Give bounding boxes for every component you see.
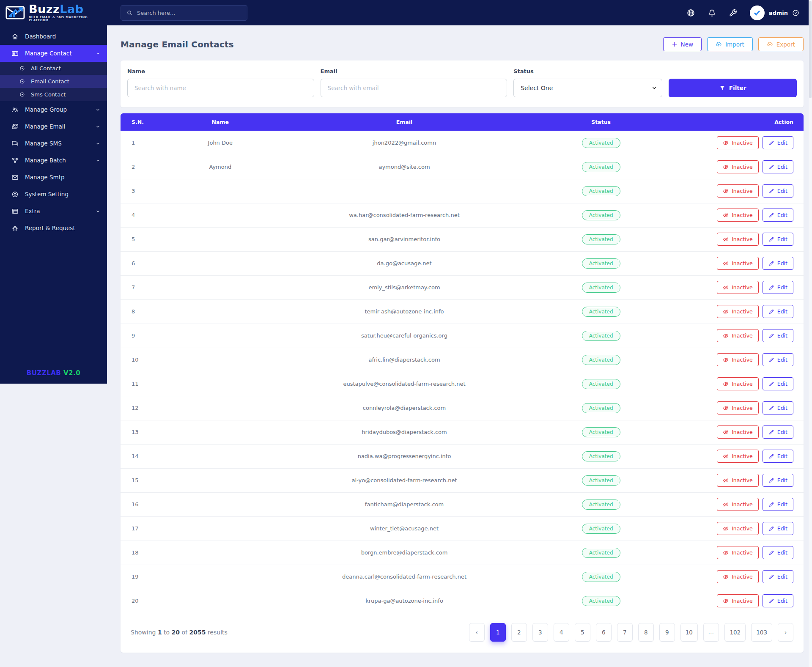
email-cell: jhon2022@gmail.comn — [282, 131, 527, 155]
edit-button[interactable]: Edit — [763, 136, 793, 149]
sidebar-item-email-contact[interactable]: Email Contact — [0, 75, 107, 88]
edit-button[interactable]: Edit — [763, 425, 793, 439]
filter-button[interactable]: Filter — [669, 79, 797, 97]
table-row: 11eustapulve@consolidated-farm-research.… — [121, 372, 804, 396]
edit-button[interactable]: Edit — [763, 184, 793, 198]
edit-button[interactable]: Edit — [763, 281, 793, 294]
pagination-next[interactable]: › — [778, 623, 793, 642]
wrench-icon[interactable] — [729, 8, 738, 17]
edit-button[interactable]: Edit — [763, 160, 793, 173]
brand[interactable]: BuzzLab BULK EMAIL & SMS MARKETING PLATF… — [0, 0, 107, 25]
bell-icon[interactable] — [708, 8, 716, 17]
name-cell: Aymond — [159, 155, 282, 179]
sidebar-item-all-contact[interactable]: All Contact — [0, 62, 107, 75]
sn-cell: 14 — [121, 444, 159, 468]
pagination-page-1[interactable]: 1 — [490, 623, 506, 642]
pagination-page-2[interactable]: 2 — [511, 623, 527, 642]
pagination-page-102[interactable]: 102 — [724, 623, 746, 642]
inactive-button[interactable]: Inactive — [717, 594, 759, 607]
inactive-button[interactable]: Inactive — [717, 522, 759, 535]
email-cell: borgn.embre@diaperstack.com — [282, 541, 527, 565]
inactive-button[interactable]: Inactive — [717, 305, 759, 318]
eye-slash-icon — [723, 502, 729, 508]
inactive-button[interactable]: Inactive — [717, 209, 759, 222]
inactive-button[interactable]: Inactive — [717, 474, 759, 487]
inactive-button[interactable]: Inactive — [717, 570, 759, 583]
inactive-button[interactable]: Inactive — [717, 329, 759, 342]
inactive-button[interactable]: Inactive — [717, 450, 759, 463]
edit-button[interactable]: Edit — [763, 329, 793, 342]
sidebar-item-label: Sms Contact — [31, 91, 66, 98]
edit-button[interactable]: Edit — [763, 353, 793, 366]
export-button[interactable]: Export — [758, 37, 804, 51]
email-input[interactable] — [321, 79, 508, 97]
status-select[interactable]: Select One — [513, 79, 662, 97]
sidebar-item-dashboard[interactable]: Dashboard — [0, 28, 107, 45]
inactive-button[interactable]: Inactive — [717, 257, 759, 270]
edit-button[interactable]: Edit — [763, 401, 793, 414]
inactive-button[interactable]: Inactive — [717, 353, 759, 366]
edit-button[interactable]: Edit — [763, 594, 793, 607]
edit-button[interactable]: Edit — [763, 570, 793, 583]
edit-button[interactable]: Edit — [763, 209, 793, 222]
inactive-button[interactable]: Inactive — [717, 281, 759, 294]
name-input[interactable] — [127, 79, 314, 97]
status-badge: Activated — [582, 500, 620, 510]
inactive-button[interactable]: Inactive — [717, 546, 759, 559]
topbar: admin — [107, 0, 812, 25]
pagination-page-4[interactable]: 4 — [554, 623, 569, 642]
edit-button[interactable]: Edit — [763, 546, 793, 559]
pagination-prev[interactable]: ‹ — [469, 623, 485, 642]
status-badge: Activated — [582, 403, 620, 413]
name-cell — [159, 179, 282, 203]
pagination-page-6[interactable]: 6 — [596, 623, 612, 642]
sidebar-item-report-request[interactable]: Report & Request — [0, 220, 107, 236]
sidebar-item-manage-group[interactable]: Manage Group — [0, 101, 107, 118]
sidebar-item-manage-email[interactable]: Manage Email — [0, 118, 107, 135]
inactive-button[interactable]: Inactive — [717, 425, 759, 439]
sidebar-item-manage-contact[interactable]: Manage Contact — [0, 45, 107, 62]
edit-button[interactable]: Edit — [763, 257, 793, 270]
pagination-page-3[interactable]: 3 — [532, 623, 548, 642]
edit-button[interactable]: Edit — [763, 474, 793, 487]
username[interactable]: admin — [769, 10, 788, 16]
new-button[interactable]: + New — [663, 37, 702, 51]
search-input[interactable] — [137, 10, 241, 16]
pagination-page-9[interactable]: 9 — [659, 623, 675, 642]
edit-button[interactable]: Edit — [763, 233, 793, 246]
pencil-icon — [768, 188, 774, 194]
list-icon — [11, 208, 19, 215]
inactive-button[interactable]: Inactive — [717, 160, 759, 173]
inactive-button[interactable]: Inactive — [717, 184, 759, 198]
pagination-page-103[interactable]: 103 — [751, 623, 772, 642]
global-search[interactable] — [121, 5, 247, 21]
inactive-button[interactable]: Inactive — [717, 377, 759, 390]
sidebar-item-manage-smtp[interactable]: Manage Smtp — [0, 169, 107, 186]
pagination-page-7[interactable]: 7 — [617, 623, 633, 642]
pagination-page-5[interactable]: 5 — [575, 623, 590, 642]
edit-button[interactable]: Edit — [763, 498, 793, 511]
edit-button[interactable]: Edit — [763, 377, 793, 390]
scrollbar-thumb[interactable] — [809, 1, 812, 98]
sidebar-item-manage-sms[interactable]: Manage SMS — [0, 135, 107, 152]
edit-button[interactable]: Edit — [763, 305, 793, 318]
sidebar-column: BuzzLab BULK EMAIL & SMS MARKETING PLATF… — [0, 0, 107, 667]
edit-button[interactable]: Edit — [763, 450, 793, 463]
sidebar-item-sms-contact[interactable]: Sms Contact — [0, 88, 107, 101]
import-button[interactable]: Import — [707, 37, 753, 51]
pagination-page-8[interactable]: 8 — [638, 623, 654, 642]
inactive-button[interactable]: Inactive — [717, 498, 759, 511]
edit-button[interactable]: Edit — [763, 522, 793, 535]
scrollbar[interactable] — [809, 0, 812, 667]
inactive-button[interactable]: Inactive — [717, 136, 759, 149]
sidebar-item-system-setting[interactable]: System Setting — [0, 186, 107, 203]
inactive-button[interactable]: Inactive — [717, 233, 759, 246]
email-cell: hridaydubos@diaperstack.com — [282, 420, 527, 444]
sidebar-item-manage-batch[interactable]: Manage Batch — [0, 152, 107, 169]
globe-icon[interactable] — [686, 8, 695, 17]
inactive-button[interactable]: Inactive — [717, 401, 759, 414]
sidebar-item-extra[interactable]: Extra — [0, 203, 107, 220]
avatar[interactable] — [750, 5, 765, 20]
pagination-page-10[interactable]: 10 — [680, 623, 698, 642]
chevron-down-circle-icon[interactable] — [792, 9, 799, 16]
